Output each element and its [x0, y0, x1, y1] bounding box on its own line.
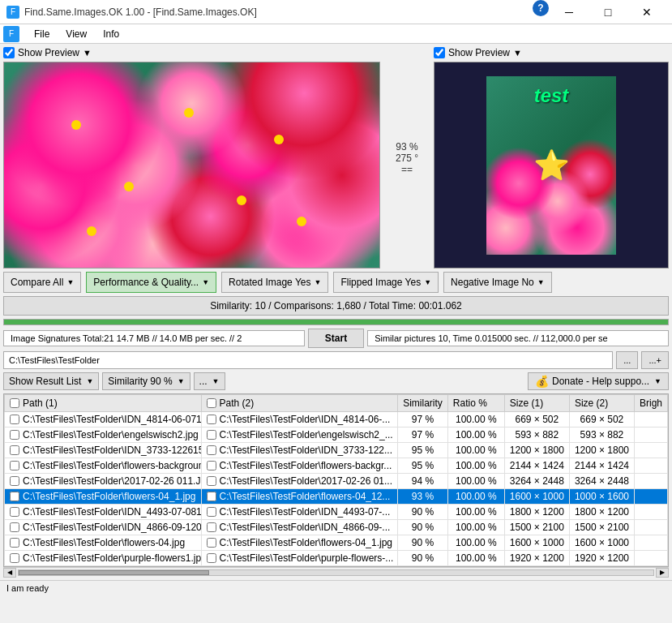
- header-path2[interactable]: Path (2): [201, 395, 398, 412]
- cell-brigh-2: [634, 443, 667, 458]
- row-checkbox2-7[interactable]: [207, 522, 216, 532]
- show-preview-right-checkbox[interactable]: [434, 47, 445, 58]
- row-checkbox1-5[interactable]: [10, 492, 19, 501]
- table-row[interactable]: C:\TestFiles\TestFolder\IDN_4814-06-0711…: [5, 412, 668, 428]
- row-checkbox2-8[interactable]: [207, 538, 216, 548]
- row-checkbox2-3[interactable]: [207, 461, 216, 470]
- row-checkbox1-4[interactable]: [10, 476, 19, 486]
- scroll-left-arrow[interactable]: ◀: [3, 568, 16, 578]
- select-all-2-checkbox[interactable]: [207, 398, 216, 408]
- table-row[interactable]: C:\TestFiles\TestFolder\IDN_3733-122615.…: [5, 443, 668, 458]
- row-checkbox1-9[interactable]: [10, 553, 19, 563]
- row-checkbox2-5[interactable]: [207, 492, 216, 501]
- header-size2: Size (2): [569, 395, 634, 412]
- scroll-right-arrow[interactable]: ▶: [656, 568, 669, 578]
- row-checkbox1-0[interactable]: [10, 415, 19, 424]
- cell-path2-9: C:\TestFiles\TestFolder\purple-flowers-.…: [201, 551, 398, 566]
- cell-size2-0: 669 × 502: [569, 412, 634, 428]
- more-label: ...: [199, 376, 208, 387]
- row-checkbox2-6[interactable]: [207, 507, 216, 517]
- donate-button[interactable]: 💰 Donate - Help suppo... ▼: [528, 372, 669, 390]
- preview-right-dropdown[interactable]: ▼: [513, 48, 522, 58]
- scrollbar-thumb[interactable]: [19, 570, 209, 575]
- row-checkbox2-4[interactable]: [207, 476, 216, 486]
- table-row[interactable]: C:\TestFiles\TestFolder\2017-02-26 011.J…: [5, 474, 668, 489]
- cell-path2-5: C:\TestFiles\TestFolder\flowers-04_12...: [201, 489, 398, 505]
- flower-center-5: [237, 195, 246, 205]
- table-row[interactable]: C:\TestFiles\TestFolder\flowers-04.jpg C…: [5, 535, 668, 551]
- preview-right-image[interactable]: test ⭐: [434, 62, 669, 269]
- preview-left-dropdown[interactable]: ▼: [83, 48, 92, 58]
- cell-size1-0: 669 × 502: [504, 412, 569, 428]
- compare-all-button[interactable]: Compare All ▼: [3, 272, 81, 293]
- cell-brigh-5: [634, 489, 667, 505]
- path-input[interactable]: [3, 351, 613, 369]
- help-icon[interactable]: ?: [533, 0, 549, 16]
- negative-button[interactable]: Negative Image No ▼: [443, 272, 552, 293]
- path1-text-2: C:\TestFiles\TestFolder\IDN_3733-122615.…: [23, 445, 201, 456]
- similarity-dropdown[interactable]: Similarity 90 % ▼: [102, 372, 190, 390]
- show-preview-left-checkbox[interactable]: [3, 47, 15, 58]
- cell-path1-1: C:\TestFiles\TestFolder\engelswisch2.jpg: [5, 428, 202, 443]
- rotated-button[interactable]: Rotated Image Yes ▼: [221, 272, 328, 293]
- start-button[interactable]: Start: [308, 329, 364, 348]
- row-checkbox1-3[interactable]: [10, 461, 19, 470]
- table-row[interactable]: C:\TestFiles\TestFolder\flowers-backgrou…: [5, 458, 668, 474]
- results-table-container: Path (1) Path (2) Similarity Ratio % Siz…: [3, 393, 669, 567]
- path2-text-1: C:\TestFiles\TestFolder\engelswisch2_...: [220, 429, 393, 440]
- cell-size1-2: 1200 × 1800: [504, 443, 569, 458]
- browse-button[interactable]: ...: [616, 351, 638, 369]
- star-emoji: ⭐: [533, 148, 570, 183]
- menu-info[interactable]: Info: [95, 24, 127, 44]
- row-checkbox1-6[interactable]: [10, 507, 19, 517]
- row-checkbox1-1[interactable]: [10, 430, 19, 440]
- close-button[interactable]: ✕: [628, 0, 666, 24]
- titlebar: F Find.Same.Images.OK 1.00 - [Find.Same.…: [0, 0, 672, 24]
- row-checkbox2-1[interactable]: [207, 430, 216, 440]
- table-row[interactable]: C:\TestFiles\TestFolder\IDN_4493-07-0812…: [5, 505, 668, 520]
- add-path-button[interactable]: ...+: [641, 351, 669, 369]
- show-preview-left-label: Show Preview: [18, 47, 79, 58]
- table-row[interactable]: C:\TestFiles\TestFolder\engelswisch2.jpg…: [5, 428, 668, 443]
- table-row[interactable]: C:\TestFiles\TestFolder\flowers-04_1.jpg…: [5, 489, 668, 505]
- horizontal-scrollbar[interactable]: ◀ ▶: [3, 567, 669, 577]
- preview-left-image[interactable]: [3, 62, 380, 269]
- menu-file[interactable]: File: [26, 24, 58, 44]
- path1-text-7: C:\TestFiles\TestFolder\IDN_4866-09-1206…: [23, 522, 201, 533]
- cell-similarity-0: 97 %: [398, 412, 448, 428]
- row-checkbox1-8[interactable]: [10, 538, 19, 548]
- performance-button[interactable]: Performance & Quality... ▼: [86, 272, 216, 293]
- table-header: Path (1) Path (2) Similarity Ratio % Siz…: [5, 395, 668, 412]
- row-checkbox2-9[interactable]: [207, 553, 216, 563]
- path1-text-8: C:\TestFiles\TestFolder\flowers-04.jpg: [23, 537, 185, 548]
- menu-view[interactable]: View: [58, 24, 95, 44]
- cell-brigh-3: [634, 458, 667, 474]
- flipped-button[interactable]: Flipped Image Yes ▼: [333, 272, 439, 293]
- cell-size2-3: 2144 × 1424: [569, 458, 634, 474]
- scrollbar-track[interactable]: [18, 569, 654, 576]
- cell-ratio-3: 100.00 %: [447, 458, 504, 474]
- maximize-button[interactable]: □: [589, 0, 627, 24]
- row-checkbox1-7[interactable]: [10, 522, 19, 532]
- row-checkbox2-0[interactable]: [207, 415, 216, 424]
- cell-path2-3: C:\TestFiles\TestFolder\flowers-backgr..…: [201, 458, 398, 474]
- show-result-dropdown[interactable]: Show Result List ▼: [3, 372, 99, 390]
- cell-path2-4: C:\TestFiles\TestFolder\2017-02-26 01...: [201, 474, 398, 489]
- header-path1[interactable]: Path (1): [5, 395, 202, 412]
- table-row[interactable]: C:\TestFiles\TestFolder\purple-flowers1.…: [5, 551, 668, 566]
- select-all-1-checkbox[interactable]: [10, 398, 19, 408]
- cell-similarity-4: 94 %: [398, 474, 448, 489]
- cell-similarity-3: 95 %: [398, 458, 448, 474]
- cell-similarity-5: 93 %: [398, 489, 448, 505]
- minimize-button[interactable]: ─: [550, 0, 588, 24]
- main-content: Show Preview ▼ 93 % 275 ° ==: [0, 44, 672, 580]
- flower-center-3: [274, 135, 284, 144]
- donate-arrow: ▼: [654, 377, 661, 385]
- row-checkbox2-2[interactable]: [207, 445, 216, 455]
- row-checkbox1-2[interactable]: [10, 445, 19, 455]
- table-row[interactable]: C:\TestFiles\TestFolder\IDN_4866-09-1206…: [5, 520, 668, 535]
- cell-path2-1: C:\TestFiles\TestFolder\engelswisch2_...: [201, 428, 398, 443]
- more-dropdown[interactable]: ... ▼: [194, 372, 225, 390]
- cell-ratio-0: 100.00 %: [447, 412, 504, 428]
- path2-text-9: C:\TestFiles\TestFolder\purple-flowers-.…: [220, 552, 394, 564]
